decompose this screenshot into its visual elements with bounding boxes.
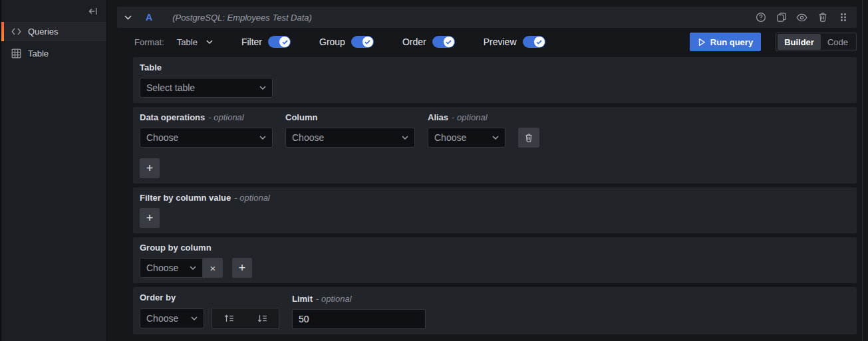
sidebar-item-table[interactable]: Table xyxy=(1,44,106,63)
format-select-value: Table xyxy=(177,37,198,47)
chevron-down-icon xyxy=(190,266,196,270)
limit-label: Limit xyxy=(292,294,313,304)
eye-icon[interactable] xyxy=(796,12,807,23)
sidebar-collapse-row xyxy=(1,4,106,22)
code-icon xyxy=(11,27,21,37)
query-header-actions xyxy=(755,12,849,23)
order-by-label: Order by xyxy=(140,292,176,302)
duplicate-icon[interactable] xyxy=(776,12,787,23)
order-by-value: Choose xyxy=(146,313,178,324)
preview-toggle-label: Preview xyxy=(484,37,517,47)
order-toggle-group: Order xyxy=(402,36,455,48)
visual-query-builder: Table Select table Data operations - opt… xyxy=(133,57,857,334)
add-filter-button[interactable]: + xyxy=(140,208,160,228)
limit-field: Limit - optional xyxy=(292,294,426,329)
column-select[interactable]: Choose xyxy=(285,128,415,148)
app-root: Queries Table A (PostgreSQL: Employe xyxy=(0,0,868,341)
column-label: Column xyxy=(285,112,317,122)
optional-suffix: - optional xyxy=(234,193,269,203)
data-operations-label: Data operations xyxy=(140,112,205,122)
sidebar-item-queries[interactable]: Queries xyxy=(1,22,106,41)
preview-toggle-group: Preview xyxy=(484,36,545,48)
filter-section-label: Filter by column value xyxy=(140,193,231,203)
remove-group-by-button[interactable]: × xyxy=(203,258,223,278)
add-column-button[interactable]: + xyxy=(140,158,160,178)
toggle-check-icon xyxy=(362,37,373,47)
toggle-check-icon xyxy=(534,37,545,47)
data-operations-field: Data operations - optional Choose xyxy=(140,112,273,148)
limit-input[interactable] xyxy=(292,309,426,329)
mode-builder-option[interactable]: Builder xyxy=(778,34,821,50)
format-label: Format: xyxy=(134,37,164,47)
plus-icon: + xyxy=(146,212,154,224)
group-by-select[interactable]: Choose xyxy=(140,258,203,278)
optional-suffix: - optional xyxy=(452,112,487,122)
plus-icon: + xyxy=(239,262,246,274)
table-section: Table Select table xyxy=(133,57,857,103)
order-toggle-label: Order xyxy=(402,37,426,47)
table-grid-icon xyxy=(11,49,21,59)
help-icon[interactable] xyxy=(755,12,766,23)
run-query-label: Run query xyxy=(710,37,753,47)
group-toggle-group: Group xyxy=(319,36,374,48)
query-ref-id[interactable]: A xyxy=(146,12,152,23)
sort-ascending-button[interactable] xyxy=(212,308,245,328)
group-by-section: Group by column Choose × + xyxy=(133,237,857,283)
run-query-button[interactable]: Run query xyxy=(690,33,761,51)
filter-toggle[interactable] xyxy=(268,36,291,48)
filter-toggle-label: Filter xyxy=(241,37,262,47)
query-sidebar: Queries Table xyxy=(0,0,107,341)
format-toolbar: Format: Table Filter Group Order Preview xyxy=(117,32,857,52)
trash-icon[interactable] xyxy=(817,12,828,23)
select-columns-section: Data operations - optional Choose Column… xyxy=(133,107,857,183)
order-by-select[interactable]: Choose xyxy=(140,308,204,328)
toggle-check-icon xyxy=(444,37,454,47)
group-by-value: Choose xyxy=(146,263,178,273)
alias-label: Alias xyxy=(428,112,448,122)
select-columns-row: Data operations - optional Choose Column… xyxy=(140,112,850,148)
sidebar-item-label: Queries xyxy=(28,27,59,37)
group-toggle-label: Group xyxy=(319,37,345,47)
group-toggle[interactable] xyxy=(351,36,374,48)
optional-suffix: - optional xyxy=(208,112,243,122)
chevron-down-icon xyxy=(259,86,266,90)
collapse-pane-icon[interactable] xyxy=(87,5,99,17)
mode-code-option[interactable]: Code xyxy=(821,34,855,50)
data-operations-value: Choose xyxy=(146,132,178,143)
chevron-down-icon xyxy=(191,316,198,320)
trash-icon xyxy=(524,133,533,143)
data-operations-select[interactable]: Choose xyxy=(140,128,273,148)
sort-direction-group xyxy=(212,308,279,329)
alias-select[interactable]: Choose xyxy=(428,128,506,148)
chevron-down-icon xyxy=(206,40,213,44)
chevron-down-icon xyxy=(259,136,266,140)
order-toggle[interactable] xyxy=(432,36,455,48)
sort-amount-down-icon xyxy=(257,314,267,322)
column-field: Column Choose xyxy=(285,112,415,148)
table-select[interactable]: Select table xyxy=(140,78,273,98)
group-by-row: Choose × + xyxy=(140,258,850,278)
format-select[interactable]: Table xyxy=(177,37,213,47)
order-by-section: Order by Choose xyxy=(133,287,857,334)
chevron-down-icon xyxy=(492,136,499,140)
sort-descending-button[interactable] xyxy=(245,308,279,328)
plus-icon: + xyxy=(146,162,154,174)
drag-handle-icon[interactable] xyxy=(837,12,849,23)
remove-column-button[interactable] xyxy=(518,128,539,148)
sort-amount-up-icon xyxy=(224,314,234,322)
group-by-label: Group by column xyxy=(140,243,212,253)
optional-suffix: - optional xyxy=(316,294,351,304)
scroll-edge-divider xyxy=(862,0,863,341)
add-group-by-button[interactable]: + xyxy=(232,258,252,278)
sidebar-item-label: Table xyxy=(28,49,49,58)
toggle-check-icon xyxy=(279,37,290,47)
close-icon: × xyxy=(210,263,216,274)
datasource-label: (PostgreSQL: Employees Test Data) xyxy=(172,13,312,23)
preview-toggle[interactable] xyxy=(523,36,545,48)
editor-mode-toggle: Builder Code xyxy=(776,33,857,51)
chevron-down-icon[interactable] xyxy=(124,15,132,20)
filter-section: Filter by column value - optional + xyxy=(133,187,857,233)
chevron-down-icon xyxy=(402,136,408,140)
table-select-placeholder: Select table xyxy=(146,82,195,93)
order-by-field: Order by Choose xyxy=(140,292,279,329)
